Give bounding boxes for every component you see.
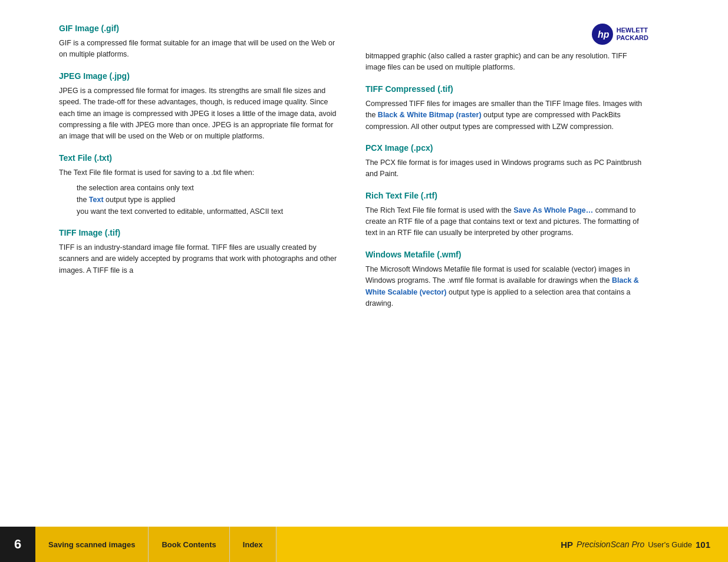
- section-title-text: Text File (.txt): [59, 153, 342, 163]
- section-body-rtf: The Rich Text File file format is used w…: [365, 205, 648, 239]
- footer-link-book-contents[interactable]: Book Contents: [149, 527, 229, 562]
- section-body-text-intro: The Text File file format is used for sa…: [59, 167, 342, 178]
- page-wrapper: GIF Image (.gif) GIF is a compressed fil…: [0, 0, 728, 562]
- section-body-tiff-continued: bitmapped graphic (also called a raster …: [365, 51, 648, 74]
- section-body-pcx: The PCX file format is for images used i…: [365, 157, 648, 180]
- svg-text:hp: hp: [598, 29, 609, 39]
- hp-logo-area: hp HEWLETT PACKARD: [365, 24, 648, 45]
- section-title-tiff: TIFF Image (.tif): [59, 228, 342, 237]
- bullet-item-2: the Text output type is applied: [77, 194, 342, 206]
- section-title-tiff-compressed: TIFF Compressed (.tif): [365, 84, 648, 94]
- footer-title-area: HP PrecisionScan Pro User's Guide 101: [276, 540, 728, 550]
- section-title-pcx: PCX Image (.pcx): [365, 143, 648, 153]
- chapter-number: 6: [0, 527, 35, 562]
- section-title-rtf: Rich Text File (.rtf): [365, 191, 648, 200]
- section-title-wmf: Windows Metafile (.wmf): [365, 250, 648, 259]
- section-title-jpeg: JPEG Image (.jpg): [59, 71, 342, 81]
- bullet-item-3: you want the text converted to editable,…: [77, 206, 342, 217]
- footer-product-name: PrecisionScan Pro: [577, 540, 644, 549]
- footer-product-rest: User's Guide: [648, 540, 692, 549]
- text-bullet-list: the selection area contains only text th…: [77, 182, 342, 217]
- section-body-gif: GIF is a compressed file format suitable…: [59, 38, 342, 61]
- section-title-gif: GIF Image (.gif): [59, 24, 342, 33]
- hp-logo-icon: hp: [596, 28, 609, 41]
- section-body-tiff-compressed: Compressed TIFF files for images are sma…: [365, 98, 648, 133]
- footer-hp-label: HP: [561, 540, 573, 550]
- section-body-wmf: The Microsoft Windows Metafile file form…: [365, 264, 648, 310]
- right-column: hp HEWLETT PACKARD bitmapped graphic (al…: [365, 24, 648, 515]
- bullet-item-1: the selection area contains only text: [77, 182, 342, 194]
- section-body-jpeg: JPEG is a compressed file format for ima…: [59, 85, 342, 143]
- text-link[interactable]: Text: [89, 196, 104, 204]
- bw-bitmap-link[interactable]: Black & White Bitmap (raster): [378, 111, 482, 119]
- hp-logo: hp HEWLETT PACKARD: [592, 24, 648, 45]
- hp-logo-text: HEWLETT PACKARD: [617, 27, 648, 42]
- hp-logo-circle: hp: [592, 24, 613, 45]
- left-column: GIF Image (.gif) GIF is a compressed fil…: [59, 24, 342, 515]
- section-body-tiff: TIFF is an industry-standard image file …: [59, 242, 342, 276]
- footer-links: Saving scanned images Book Contents Inde…: [35, 527, 276, 562]
- footer-page-number: 101: [696, 540, 710, 550]
- bw-scalable-link[interactable]: Black & White Scalable (vector): [365, 276, 639, 296]
- footer-link-saving[interactable]: Saving scanned images: [35, 527, 149, 562]
- footer-bar: 6 Saving scanned images Book Contents In…: [0, 527, 728, 562]
- main-area: GIF Image (.gif) GIF is a compressed fil…: [0, 0, 728, 527]
- footer-link-index[interactable]: Index: [230, 527, 276, 562]
- save-as-whole-page-link[interactable]: Save As Whole Page…: [513, 206, 593, 214]
